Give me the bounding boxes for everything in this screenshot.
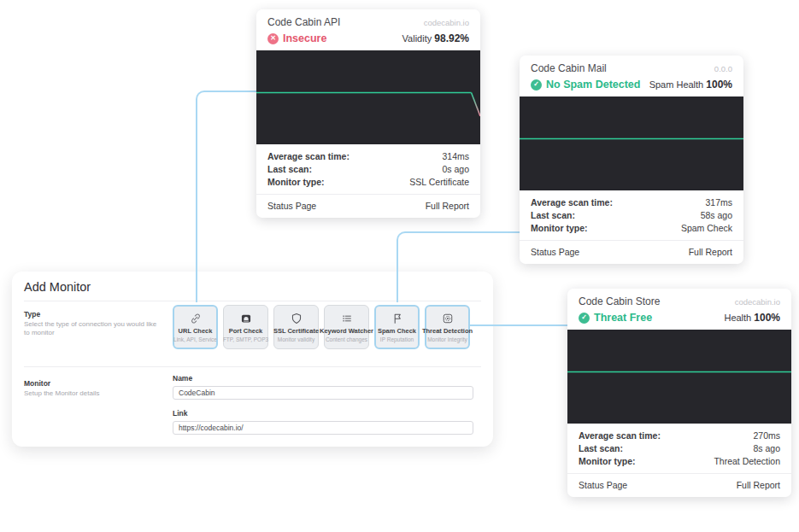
card-footer: Status Page Full Report [520,240,743,264]
tile-threat-detection[interactable]: Threat Detection Monitor Integrity [425,305,470,349]
shield-icon [291,313,303,325]
detail-value: 0s ago [442,163,469,176]
tile-ssl-certificate[interactable]: SSL Certificate Monitor validity [273,305,319,349]
flag-icon [391,313,403,325]
card-domain: codecabin.io [735,297,780,307]
detail-value: 58s ago [701,209,732,222]
card-header: Code Cabin API codecabin.io ✕ Insecure V… [256,9,480,50]
detail-label: Average scan time: [531,196,613,209]
x-circle-icon: ✕ [267,33,279,44]
link-field-group: Link [173,409,481,435]
full-report-link[interactable]: Full Report [737,480,780,490]
tile-label: Port Check [229,327,263,335]
tile-label: SSL Certificate [273,327,319,335]
detail-label: Monitor type: [531,222,588,235]
monitor-card-mail: Code Cabin Mail 0.0.0 ✓ No Spam Detected… [520,56,743,264]
safe-icon [442,313,454,325]
detail-row: Last scan: 0s ago [267,163,469,176]
detail-label: Last scan: [579,442,623,455]
card-footer: Status Page Full Report [256,194,480,218]
type-section-label: Type [24,310,173,319]
connector-url-check-to-api-card [196,91,259,302]
tile-sublabel: Monitor Integrity [427,336,467,342]
detail-row: Average scan time: 270ms [579,430,780,442]
monitor-card-store: Code Cabin Store codecabin.io ✓ Threat F… [567,289,791,497]
status-label: Threat Free [594,312,652,324]
monitor-section-label: Monitor [24,379,173,388]
detail-label: Average scan time: [267,150,350,163]
detail-row: Monitor type: Threat Detection [579,455,780,468]
detail-value: Spam Check [681,222,732,235]
detail-row: Average scan time: 314ms [267,150,469,163]
metric-label: Validity [402,33,432,44]
detail-label: Monitor type: [579,455,636,468]
name-field-label: Name [173,374,481,383]
card-details: Average scan time: 270ms Last scan: 8s a… [567,424,791,473]
tile-label: Spam Check [378,327,416,335]
metric-value: 100% [754,312,780,324]
spam-health-metric: Spam Health 100% [649,79,732,91]
detail-row: Monitor type: Spam Check [531,222,732,235]
metric-label: Spam Health [649,79,704,90]
tile-label: Keyword Watcher [320,327,373,335]
detail-label: Average scan time: [579,430,661,442]
tile-keyword-watcher[interactable]: Keyword Watcher Content changes [324,305,369,349]
validity-metric: Validity 98.92% [402,32,469,44]
tile-spam-check[interactable]: Spam Check IP Reputation [374,305,420,349]
detail-value: SSL Certificate [409,176,469,189]
detail-value: 8s ago [753,442,780,455]
tile-sublabel: Monitor validity [278,336,314,342]
status-page-link[interactable]: Status Page [579,480,627,490]
card-title: Code Cabin Mail [531,62,607,74]
tile-sublabel: IP Reputation [380,336,414,342]
full-report-link[interactable]: Full Report [689,247,732,257]
health-metric: Health 100% [724,312,780,324]
text-lines-icon [341,313,353,325]
tile-label: Threat Detection [422,327,473,335]
monitor-section: Monitor Setup the Monitor details Name L… [12,367,493,435]
check-circle-icon: ✓ [531,79,542,91]
status-label: No Spam Detected [546,79,640,91]
monitor-section-description: Setup the Monitor details [24,389,161,398]
status-badge: ✕ Insecure [267,32,326,44]
port-icon [240,313,252,325]
metric-value: 98.92% [434,32,469,44]
link-icon [190,313,202,325]
status-page-link[interactable]: Status Page [267,201,316,211]
full-report-link[interactable]: Full Report [426,201,469,211]
detail-value: 270ms [753,430,780,442]
card-domain: codecabin.io [424,18,469,27]
status-badge: ✓ Threat Free [579,312,652,324]
detail-row: Last scan: 8s ago [579,442,780,455]
name-field-group: Name [173,374,481,400]
card-header: Code Cabin Store codecabin.io ✓ Threat F… [567,289,791,330]
tile-sublabel: Link, API, Service [173,336,217,342]
metric-value: 100% [706,79,732,91]
tile-label: URL Check [179,327,213,335]
link-input[interactable] [173,421,473,435]
detail-row: Monitor type: SSL Certificate [267,176,469,189]
uptime-sparkline-chart [256,50,480,144]
detail-label: Last scan: [531,209,575,222]
card-domain: 0.0.0 [714,64,732,73]
status-badge: ✓ No Spam Detected [531,79,640,91]
link-field-label: Link [173,409,481,418]
detail-value: Threat Detection [714,455,780,468]
status-page-link[interactable]: Status Page [531,247,579,257]
tile-url-check[interactable]: URL Check Link, API, Service [173,305,218,349]
tile-port-check[interactable]: Port Check FTP, SMTP, POP3 [223,305,268,349]
tile-sublabel: FTP, SMTP, POP3 [223,336,268,342]
name-input[interactable] [173,386,473,400]
detail-label: Monitor type: [267,176,325,189]
detail-value: 317ms [705,196,732,209]
detail-value: 314ms [442,150,469,163]
detail-row: Average scan time: 317ms [531,196,732,209]
card-header: Code Cabin Mail 0.0.0 ✓ No Spam Detected… [520,56,743,96]
card-details: Average scan time: 317ms Last scan: 58s … [520,190,743,240]
detail-row: Last scan: 58s ago [531,209,732,222]
uptime-sparkline-chart [567,330,791,424]
monitoring-dashboard: Code Cabin API codecabin.io ✕ Insecure V… [0,0,799,532]
uptime-sparkline-chart [520,96,743,190]
card-title: Code Cabin API [267,16,340,28]
panel-title: Add Monitor [12,272,493,301]
